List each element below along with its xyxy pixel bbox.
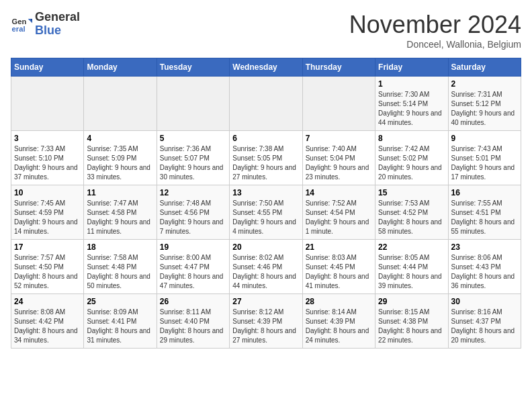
day-info: Sunrise: 7:33 AM Sunset: 5:10 PM Dayligh… [14, 144, 81, 182]
calendar-cell: 9Sunrise: 7:43 AM Sunset: 5:01 PM Daylig… [448, 131, 521, 185]
day-number: 14 [306, 188, 372, 197]
day-number: 2 [451, 79, 518, 89]
weekday-header-saturday: Saturday [448, 58, 521, 77]
day-number: 9 [451, 134, 518, 143]
logo-line1: General [35, 11, 80, 24]
day-info: Sunrise: 8:11 AM Sunset: 4:40 PM Dayligh… [160, 308, 226, 345]
calendar-cell: 23Sunrise: 8:06 AM Sunset: 4:43 PM Dayli… [448, 240, 521, 294]
day-info: Sunrise: 8:08 AM Sunset: 4:42 PM Dayligh… [14, 308, 81, 345]
day-info: Sunrise: 7:58 AM Sunset: 4:48 PM Dayligh… [87, 253, 153, 291]
calendar-week-3: 17Sunrise: 7:57 AM Sunset: 4:50 PM Dayli… [11, 240, 521, 294]
day-number: 3 [14, 134, 81, 143]
calendar-cell: 21Sunrise: 8:03 AM Sunset: 4:45 PM Dayli… [302, 240, 375, 294]
weekday-header-tuesday: Tuesday [157, 58, 229, 77]
day-info: Sunrise: 7:35 AM Sunset: 5:09 PM Dayligh… [87, 144, 153, 182]
calendar-table: SundayMondayTuesdayWednesdayThursdayFrid… [11, 58, 521, 349]
day-number: 23 [451, 242, 518, 252]
day-info: Sunrise: 7:47 AM Sunset: 4:58 PM Dayligh… [87, 199, 153, 236]
day-number: 1 [378, 79, 445, 89]
day-number: 20 [232, 242, 299, 252]
day-info: Sunrise: 7:55 AM Sunset: 4:51 PM Dayligh… [451, 199, 518, 236]
weekday-header-wednesday: Wednesday [230, 58, 302, 77]
day-number: 15 [378, 188, 445, 197]
calendar-cell: 4Sunrise: 7:35 AM Sunset: 5:09 PM Daylig… [84, 131, 157, 185]
weekday-header-thursday: Thursday [302, 58, 375, 77]
calendar-cell [230, 77, 302, 131]
calendar-cell: 26Sunrise: 8:11 AM Sunset: 4:40 PM Dayli… [157, 294, 229, 349]
calendar-cell: 25Sunrise: 8:09 AM Sunset: 4:41 PM Dayli… [84, 294, 157, 349]
day-info: Sunrise: 8:12 AM Sunset: 4:39 PM Dayligh… [232, 308, 299, 345]
day-info: Sunrise: 8:02 AM Sunset: 4:46 PM Dayligh… [232, 253, 299, 291]
calendar-week-0: 1Sunrise: 7:30 AM Sunset: 5:14 PM Daylig… [11, 77, 521, 131]
calendar-cell: 27Sunrise: 8:12 AM Sunset: 4:39 PM Dayli… [230, 294, 302, 349]
day-number: 11 [87, 188, 153, 197]
day-number: 27 [232, 297, 299, 306]
day-number: 30 [451, 297, 518, 306]
day-info: Sunrise: 7:45 AM Sunset: 4:59 PM Dayligh… [14, 199, 81, 236]
calendar-cell: 30Sunrise: 8:16 AM Sunset: 4:37 PM Dayli… [448, 294, 521, 349]
calendar-header: SundayMondayTuesdayWednesdayThursdayFrid… [11, 58, 521, 77]
calendar-cell: 6Sunrise: 7:38 AM Sunset: 5:05 PM Daylig… [230, 131, 302, 185]
calendar-cell: 3Sunrise: 7:33 AM Sunset: 5:10 PM Daylig… [11, 131, 84, 185]
day-number: 26 [160, 297, 226, 306]
day-info: Sunrise: 7:52 AM Sunset: 4:54 PM Dayligh… [306, 199, 372, 236]
day-info: Sunrise: 7:40 AM Sunset: 5:04 PM Dayligh… [306, 144, 372, 182]
weekday-header-monday: Monday [84, 58, 157, 77]
day-number: 25 [87, 297, 153, 306]
calendar-week-2: 10Sunrise: 7:45 AM Sunset: 4:59 PM Dayli… [11, 185, 521, 240]
day-info: Sunrise: 8:14 AM Sunset: 4:39 PM Dayligh… [306, 308, 372, 345]
day-number: 12 [160, 188, 226, 197]
day-number: 16 [451, 188, 518, 197]
weekday-header-friday: Friday [375, 58, 448, 77]
calendar-week-4: 24Sunrise: 8:08 AM Sunset: 4:42 PM Dayli… [11, 294, 521, 349]
day-number: 29 [378, 297, 445, 306]
calendar-cell: 28Sunrise: 8:14 AM Sunset: 4:39 PM Dayli… [302, 294, 375, 349]
day-info: Sunrise: 8:06 AM Sunset: 4:43 PM Dayligh… [451, 253, 518, 291]
calendar-cell: 10Sunrise: 7:45 AM Sunset: 4:59 PM Dayli… [11, 185, 84, 240]
day-info: Sunrise: 8:16 AM Sunset: 4:37 PM Dayligh… [451, 308, 518, 345]
weekday-header-sunday: Sunday [11, 58, 84, 77]
day-info: Sunrise: 7:30 AM Sunset: 5:14 PM Dayligh… [378, 90, 445, 128]
day-number: 28 [306, 297, 372, 306]
calendar-cell [11, 77, 84, 131]
day-info: Sunrise: 7:57 AM Sunset: 4:50 PM Dayligh… [14, 253, 81, 291]
day-info: Sunrise: 7:50 AM Sunset: 4:55 PM Dayligh… [232, 199, 299, 236]
day-info: Sunrise: 8:03 AM Sunset: 4:45 PM Dayligh… [306, 253, 372, 291]
day-number: 21 [306, 242, 372, 252]
day-info: Sunrise: 8:05 AM Sunset: 4:44 PM Dayligh… [378, 253, 445, 291]
calendar-cell: 18Sunrise: 7:58 AM Sunset: 4:48 PM Dayli… [84, 240, 157, 294]
day-number: 17 [14, 242, 81, 252]
day-info: Sunrise: 7:48 AM Sunset: 4:56 PM Dayligh… [160, 199, 226, 236]
calendar-cell: 22Sunrise: 8:05 AM Sunset: 4:44 PM Dayli… [375, 240, 448, 294]
calendar-cell: 11Sunrise: 7:47 AM Sunset: 4:58 PM Dayli… [84, 185, 157, 240]
logo-icon: Gen eral [11, 13, 32, 35]
day-info: Sunrise: 7:31 AM Sunset: 5:12 PM Dayligh… [451, 90, 518, 128]
day-number: 7 [306, 134, 372, 143]
calendar-cell: 8Sunrise: 7:42 AM Sunset: 5:02 PM Daylig… [375, 131, 448, 185]
day-info: Sunrise: 8:15 AM Sunset: 4:38 PM Dayligh… [378, 308, 445, 345]
day-number: 10 [14, 188, 81, 197]
calendar-cell: 16Sunrise: 7:55 AM Sunset: 4:51 PM Dayli… [448, 185, 521, 240]
calendar-cell: 20Sunrise: 8:02 AM Sunset: 4:46 PM Dayli… [230, 240, 302, 294]
calendar-cell [302, 77, 375, 131]
calendar-cell: 1Sunrise: 7:30 AM Sunset: 5:14 PM Daylig… [375, 77, 448, 131]
day-info: Sunrise: 7:43 AM Sunset: 5:01 PM Dayligh… [451, 144, 518, 182]
day-number: 6 [232, 134, 299, 143]
calendar-cell: 17Sunrise: 7:57 AM Sunset: 4:50 PM Dayli… [11, 240, 84, 294]
svg-text:eral: eral [12, 25, 26, 33]
day-number: 22 [378, 242, 445, 252]
calendar-cell: 7Sunrise: 7:40 AM Sunset: 5:04 PM Daylig… [302, 131, 375, 185]
calendar-cell: 24Sunrise: 8:08 AM Sunset: 4:42 PM Dayli… [11, 294, 84, 349]
logo: Gen eral General Blue [11, 11, 80, 38]
calendar-cell: 29Sunrise: 8:15 AM Sunset: 4:38 PM Dayli… [375, 294, 448, 349]
calendar-cell: 2Sunrise: 7:31 AM Sunset: 5:12 PM Daylig… [448, 77, 521, 131]
day-number: 13 [232, 188, 299, 197]
day-number: 8 [378, 134, 445, 143]
weekday-header-row: SundayMondayTuesdayWednesdayThursdayFrid… [11, 58, 521, 77]
calendar-cell: 19Sunrise: 8:00 AM Sunset: 4:47 PM Dayli… [157, 240, 229, 294]
day-number: 4 [87, 134, 153, 143]
day-info: Sunrise: 7:53 AM Sunset: 4:52 PM Dayligh… [378, 199, 445, 236]
location: Donceel, Wallonia, Belgium [349, 39, 521, 50]
svg-text:Gen: Gen [12, 17, 27, 26]
calendar-cell [84, 77, 157, 131]
